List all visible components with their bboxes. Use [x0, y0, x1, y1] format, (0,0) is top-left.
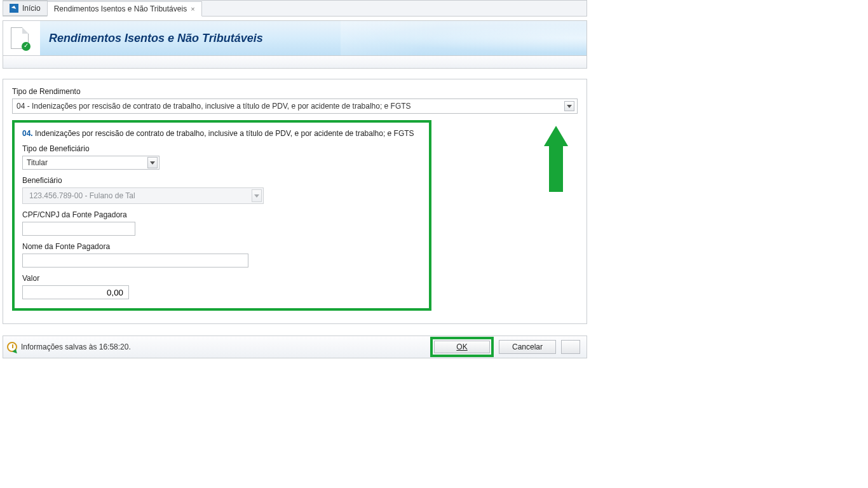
valor-input[interactable] [22, 285, 129, 299]
page-header-icon: ✓ [3, 21, 36, 55]
tipo-beneficiario-value: Titular [27, 158, 48, 167]
tipo-beneficiario-select[interactable]: Titular [22, 156, 159, 170]
close-icon[interactable]: × [191, 5, 194, 13]
tipo-rendimento-value: 04 - Indenizações por rescisão de contra… [17, 102, 411, 111]
cpf-cnpj-input[interactable] [22, 222, 135, 236]
valor-label: Valor [22, 274, 421, 283]
chevron-down-icon[interactable] [564, 101, 574, 111]
chevron-down-icon[interactable] [147, 157, 158, 168]
tab-rendimentos-label: Rendimentos Isentos e Não Tributáveis [54, 4, 187, 13]
beneficiario-value: 123.456.789-00 - Fulano de Tal [29, 191, 135, 200]
ok-button[interactable]: OK [434, 341, 490, 353]
page-title: Rendimentos Isentos e Não Tributáveis [49, 32, 263, 45]
more-button[interactable] [561, 340, 580, 354]
toolbar-strip [3, 56, 587, 69]
footer-bar: Informações salvas às 16:58:20. OK Cance… [3, 336, 587, 358]
cancel-button-label: Cancelar [512, 342, 543, 351]
page-header-title: Rendimentos Isentos e Não Tributáveis [40, 21, 587, 55]
section-description: Indenizações por rescisão de contrato de… [35, 129, 414, 138]
ok-button-label: OK [456, 342, 467, 351]
highlight-box: 04. Indenizações por rescisão de contrat… [12, 120, 431, 311]
tab-inicio-label: Início [22, 4, 41, 13]
ok-highlight: OK [430, 337, 494, 357]
app-logo-icon [10, 4, 18, 13]
page-header: ✓ Rendimentos Isentos e Não Tributáveis [3, 20, 587, 56]
cancel-button[interactable]: Cancelar [499, 340, 556, 354]
nome-fonte-input[interactable] [22, 254, 248, 268]
tipo-rendimento-label: Tipo de Rendimento [12, 87, 578, 96]
chevron-down-icon [252, 189, 262, 202]
tab-inicio[interactable]: Início [3, 1, 48, 16]
section-number: 04. [22, 129, 33, 138]
status-text: Informações salvas às 16:58:20. [21, 342, 131, 351]
tab-rendimentos[interactable]: Rendimentos Isentos e Não Tributáveis × [47, 1, 202, 17]
form-panel: Tipo de Rendimento 04 - Indenizações por… [3, 79, 587, 324]
cpf-cnpj-label: CPF/CNPJ da Fonte Pagadora [22, 210, 421, 219]
tipo-beneficiario-label: Tipo de Beneficiário [22, 144, 421, 153]
tipo-rendimento-select[interactable]: 04 - Indenizações por rescisão de contra… [12, 98, 578, 114]
clock-saved-icon [7, 342, 17, 352]
beneficiario-select: 123.456.789-00 - Fulano de Tal [22, 187, 264, 204]
document-ok-icon: ✓ [11, 27, 29, 49]
beneficiario-label: Beneficiário [22, 176, 421, 185]
tabs-bar: Início Rendimentos Isentos e Não Tributá… [3, 0, 587, 17]
nome-fonte-label: Nome da Fonte Pagadora [22, 242, 421, 251]
